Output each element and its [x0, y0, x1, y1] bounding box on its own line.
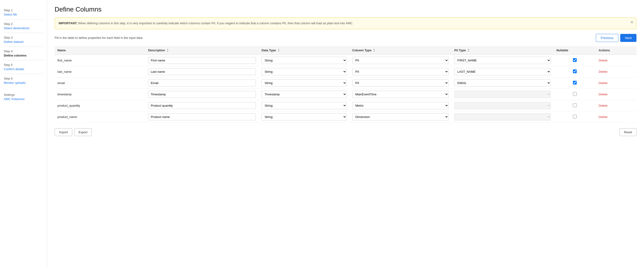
sidebar-step-step4: Step 4Define columns — [4, 46, 43, 60]
row-email-actions-cell: Delete — [596, 78, 636, 89]
row-timestamp-pii-type-select: FIRST_NAMELAST_NAMEEMAILPHONEADDRESSCITY… — [454, 91, 551, 98]
page-title: Define Columns — [54, 6, 636, 13]
row-product_quantity-data-type-select[interactable]: StringTimestampIntegerFloatBoolean — [262, 102, 346, 109]
row-last_name-description-input[interactable] — [148, 68, 256, 75]
sidebar-step-step2: Step 2Select destinations — [4, 19, 43, 33]
sidebar-link-step1[interactable]: Select file — [4, 13, 17, 16]
sidebar-link-amc-instances[interactable]: AMC Instances — [4, 97, 24, 101]
row-product_name-nullable-checkbox[interactable] — [573, 115, 577, 118]
sidebar-link-step3[interactable]: Define dataset — [4, 40, 24, 44]
table-row: timestampStringTimestampIntegerFloatBool… — [54, 89, 636, 100]
row-last_name-delete-button[interactable]: Delete — [598, 70, 608, 74]
row-product_name-data-type-cell: StringTimestampIntegerFloatBoolean — [259, 111, 349, 123]
row-timestamp-nullable-checkbox[interactable] — [573, 92, 577, 96]
row-timestamp-data-type-select[interactable]: StringTimestampIntegerFloatBoolean — [262, 91, 346, 98]
row-email-pii-type-select[interactable]: FIRST_NAMELAST_NAMEEMAILPHONEADDRESSCITY… — [454, 79, 551, 87]
row-product_name-description-input[interactable] — [148, 114, 256, 120]
sidebar-step-step1: Step 1Select file — [4, 6, 43, 19]
row-first_name-column-type-cell: PIIMainEventTimeMetricDimensionIdentifie… — [350, 55, 452, 66]
alert-bold: IMPORTANT: — [58, 22, 77, 25]
export-button[interactable]: Export — [74, 128, 92, 136]
row-last_name-data-type-select[interactable]: StringTimestampIntegerFloatBoolean — [262, 68, 346, 75]
row-first_name-pii-type-select[interactable]: FIRST_NAMELAST_NAMEEMAILPHONEADDRESSCITY… — [454, 57, 551, 64]
row-last_name-nullable-checkbox[interactable] — [573, 70, 577, 73]
row-last_name-description-cell — [145, 66, 259, 78]
row-product_quantity-description-input[interactable] — [148, 102, 256, 109]
table-header: Name Description ▲▼ Data Type ▲▼ Column … — [54, 46, 636, 55]
header-description: Description ▲▼ — [145, 46, 259, 55]
row-email-nullable-checkbox[interactable] — [573, 81, 577, 84]
row-last_name-data-type-cell: StringTimestampIntegerFloatBoolean — [259, 66, 349, 78]
row-timestamp-column-type-select[interactable]: PIIMainEventTimeMetricDimensionIdentifie… — [352, 91, 449, 98]
sidebar-link-step6[interactable]: Monitor uploads — [4, 81, 26, 84]
row-timestamp-data-type-cell: StringTimestampIntegerFloatBoolean — [259, 89, 349, 100]
row-first_name-data-type-select[interactable]: StringTimestampIntegerFloatBoolean — [262, 57, 346, 64]
row-product_quantity-actions-cell: Delete — [596, 100, 636, 111]
alert-close-button[interactable]: ✕ — [630, 20, 634, 24]
reset-button[interactable]: Reset — [620, 128, 636, 136]
row-product_quantity-description-cell — [145, 100, 259, 111]
row-timestamp-pii-type-cell: FIRST_NAMELAST_NAMEEMAILPHONEADDRESSCITY… — [452, 89, 554, 100]
sort-arrows-data-type: ▲▼ — [278, 48, 280, 52]
row-last_name-pii-type-select[interactable]: FIRST_NAMELAST_NAMEEMAILPHONEADDRESSCITY… — [454, 68, 551, 75]
row-timestamp-description-input[interactable] — [148, 91, 256, 98]
row-last_name-column-type-select[interactable]: PIIMainEventTimeMetricDimensionIdentifie… — [352, 68, 449, 75]
row-email-column-type-cell: PIIMainEventTimeMetricDimensionIdentifie… — [350, 78, 452, 89]
sort-arrows-pii-type: ▲▼ — [468, 48, 470, 52]
row-email-data-type-select[interactable]: StringTimestampIntegerFloatBoolean — [262, 79, 346, 87]
row-email-field-name: email — [54, 78, 145, 89]
row-product_name-delete-button[interactable]: Delete — [598, 115, 608, 119]
previous-button[interactable]: Previous — [596, 34, 618, 42]
step4-label: Step 4 — [4, 50, 43, 53]
subtitle-text: Fill in the table to define properties f… — [54, 36, 143, 40]
import-button[interactable]: Import — [54, 128, 72, 136]
header-actions: Actions — [596, 46, 636, 55]
row-email-column-type-select[interactable]: PIIMainEventTimeMetricDimensionIdentifie… — [352, 79, 449, 87]
row-product_quantity-field-name: product_quantity — [54, 100, 145, 111]
sidebar-settings: Settings AMC Instances — [4, 90, 43, 104]
sidebar-link-step4: Define columns — [4, 54, 26, 57]
next-button[interactable]: Next — [620, 34, 636, 42]
sidebar: Step 1Select fileStep 2Select destinatio… — [0, 0, 47, 267]
row-email-delete-button[interactable]: Delete — [598, 81, 608, 85]
row-email-description-cell — [145, 78, 259, 89]
bottom-row: Import Export Reset — [54, 128, 636, 136]
row-product_quantity-nullable-checkbox[interactable] — [573, 103, 577, 107]
row-product_name-data-type-select[interactable]: StringTimestampIntegerFloatBoolean — [262, 113, 346, 120]
row-email-data-type-cell: StringTimestampIntegerFloatBoolean — [259, 78, 349, 89]
row-first_name-data-type-cell: StringTimestampIntegerFloatBoolean — [259, 55, 349, 66]
row-product_quantity-column-type-select[interactable]: PIIMainEventTimeMetricDimensionIdentifie… — [352, 102, 449, 109]
row-product_quantity-delete-button[interactable]: Delete — [598, 104, 608, 107]
row-last_name-actions-cell: Delete — [596, 66, 636, 78]
step6-label: Step 6 — [4, 77, 43, 80]
row-timestamp-delete-button[interactable]: Delete — [598, 92, 608, 96]
row-first_name-nullable-cell — [554, 55, 596, 66]
sidebar-link-step5[interactable]: Confirm details — [4, 67, 24, 71]
sidebar-link-step2[interactable]: Select destinations — [4, 26, 30, 30]
row-timestamp-actions-cell: Delete — [596, 89, 636, 100]
row-product_quantity-column-type-cell: PIIMainEventTimeMetricDimensionIdentifie… — [350, 100, 452, 111]
step5-label: Step 5 — [4, 63, 43, 67]
sidebar-step-step3: Step 3Define dataset — [4, 33, 43, 46]
header-name: Name — [54, 46, 145, 55]
row-product_name-column-type-cell: PIIMainEventTimeMetricDimensionIdentifie… — [350, 111, 452, 123]
row-last_name-pii-type-cell: FIRST_NAMELAST_NAMEEMAILPHONEADDRESSCITY… — [452, 66, 554, 78]
row-first_name-nullable-checkbox[interactable] — [573, 58, 577, 62]
row-product_name-column-type-select[interactable]: PIIMainEventTimeMetricDimensionIdentifie… — [352, 113, 449, 120]
row-email-description-input[interactable] — [148, 80, 256, 86]
sort-arrows-column-type: ▲▼ — [373, 48, 375, 52]
sort-arrows-description: ▲▼ — [167, 48, 169, 52]
row-first_name-actions-cell: Delete — [596, 55, 636, 66]
row-first_name-delete-button[interactable]: Delete — [598, 59, 608, 62]
sidebar-step-step5: Step 5Confirm details — [4, 60, 43, 74]
main-content: Define Columns IMPORTANT: When defining … — [47, 0, 644, 267]
alert-text: When defining columns in this step, it i… — [78, 22, 353, 25]
row-first_name-column-type-select[interactable]: PIIMainEventTimeMetricDimensionIdentifie… — [352, 57, 449, 64]
row-last_name-field-name: last_name — [54, 66, 145, 78]
row-first_name-description-input[interactable] — [148, 57, 256, 64]
row-product_name-field-name: product_name — [54, 111, 145, 123]
step2-label: Step 2 — [4, 22, 43, 26]
row-email-pii-type-cell: FIRST_NAMELAST_NAMEEMAILPHONEADDRESSCITY… — [452, 78, 554, 89]
row-timestamp-description-cell — [145, 89, 259, 100]
row-product_quantity-nullable-cell — [554, 100, 596, 111]
